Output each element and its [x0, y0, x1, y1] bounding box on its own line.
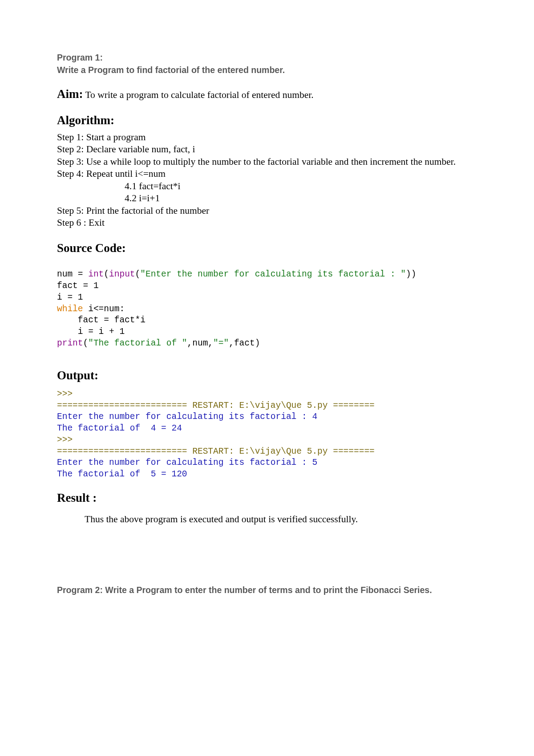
code-paren: (	[135, 269, 141, 279]
output-restart-2: ========================= RESTART: E:\vi…	[57, 447, 375, 456]
algo-step-1: Step 1: Start a program	[57, 131, 476, 144]
output-input-2: Enter the number for calculating its fac…	[57, 458, 317, 467]
source-code-block: num = int(input("Enter the number for ca…	[57, 269, 476, 349]
code-line-2: fact = 1	[57, 281, 99, 291]
code-string: "="	[213, 338, 229, 348]
output-result-1: The factorial of 4 = 24	[57, 423, 182, 433]
code-builtin-int: int	[88, 269, 104, 279]
output-prompt: >>>	[57, 389, 73, 399]
aim-label: Aim:	[57, 87, 83, 101]
algo-step-4b: 4.2 i=i+1	[57, 192, 476, 205]
code-end: ,fact)	[229, 338, 260, 348]
program-2-header: Program 2: Write a Program to enter the …	[57, 584, 476, 596]
code-line-3: i = 1	[57, 293, 83, 302]
algo-step-5: Step 5: Print the factorial of the numbe…	[57, 205, 476, 217]
algo-step-6: Step 6 : Exit	[57, 217, 476, 229]
code-close: ))	[406, 269, 416, 279]
algo-step-4a: 4.1 fact=fact*i	[57, 180, 476, 193]
algorithm-section: Algorithm: Step 1: Start a program Step …	[57, 113, 476, 229]
output-title: Output:	[57, 368, 476, 383]
result-text: Thus the above program is executed and o…	[57, 513, 476, 526]
result-title: Result :	[57, 490, 476, 506]
code-paren: (	[104, 269, 109, 279]
program-1-title: Write a Program to find factorial of the…	[57, 65, 285, 75]
algorithm-title: Algorithm:	[57, 113, 476, 128]
algo-step-2: Step 2: Declare variable num, fact, i	[57, 143, 476, 156]
code-line-5: fact = fact*i	[57, 315, 146, 325]
output-restart-1: ========================= RESTART: E:\vi…	[57, 401, 375, 411]
code-builtin-input: input	[109, 269, 135, 279]
code-cond: i<=num:	[83, 304, 125, 314]
algo-step-4: Step 4: Repeat until i<=num	[57, 168, 476, 180]
program-1-header: Program 1: Write a Program to find facto…	[57, 51, 476, 77]
code-builtin-print: print	[57, 338, 83, 348]
aim-section: Aim: To write a program to calculate fac…	[57, 86, 476, 102]
code-paren: (	[83, 338, 89, 348]
code-string: "The factorial of "	[88, 338, 187, 348]
source-code-title: Source Code:	[57, 240, 476, 256]
aim-text: To write a program to calculate factoria…	[83, 89, 313, 100]
code-string: "Enter the number for calculating its fa…	[140, 269, 406, 279]
code-ident: num =	[57, 269, 88, 279]
code-line-6: i = i + 1	[57, 327, 125, 337]
algo-step-3: Step 3: Use a while loop to multiply the…	[57, 156, 476, 168]
output-prompt: >>>	[57, 435, 73, 445]
output-result-2: The factorial of 5 = 120	[57, 469, 187, 479]
output-input-1: Enter the number for calculating its fac…	[57, 412, 317, 422]
program-1-label: Program 1:	[57, 53, 103, 62]
code-keyword-while: while	[57, 304, 83, 314]
code-mid: ,num,	[187, 338, 214, 348]
output-block: >>> ========================= RESTART: E…	[57, 389, 476, 480]
